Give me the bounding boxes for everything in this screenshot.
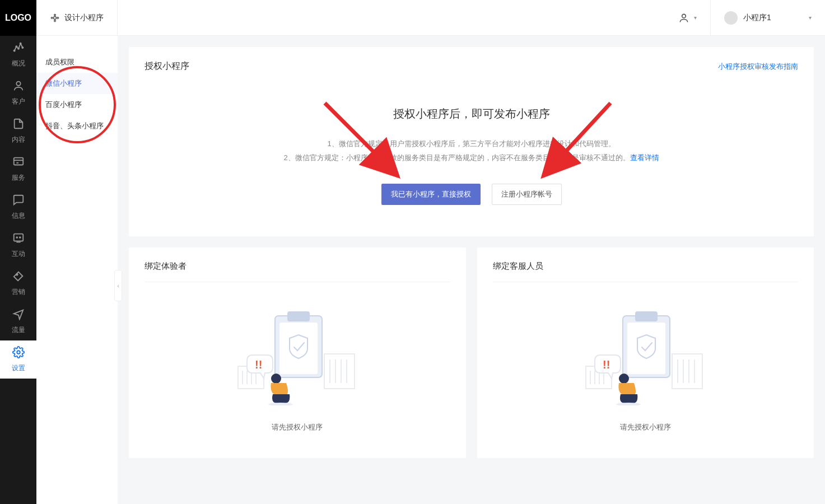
svg-point-14 bbox=[54, 16, 57, 19]
marketing-icon bbox=[12, 270, 25, 285]
collapse-button[interactable]: ‹ bbox=[114, 270, 122, 301]
user-menu[interactable]: ▾ bbox=[665, 0, 711, 35]
interact-icon bbox=[12, 232, 25, 247]
svg-point-13 bbox=[17, 351, 20, 354]
svg-point-12 bbox=[16, 274, 17, 276]
authorize-button[interactable]: 我已有小程序，直接授权 bbox=[381, 184, 481, 205]
nav-label: 信息 bbox=[12, 211, 25, 221]
auth-heading: 授权小程序后，即可发布小程序 bbox=[156, 106, 787, 122]
service-icon bbox=[12, 156, 25, 171]
auth-panel: 授权小程序 小程序授权审核发布指南 授权小程序后，即可发布小程序 1、微信官方规… bbox=[129, 47, 814, 236]
nav-item-marketing[interactable]: 营销 bbox=[0, 264, 36, 302]
settings-icon bbox=[12, 346, 25, 361]
auth-description: 1、微信官方规定：用户需授权小程序后，第三方平台才能对小程序进行设计和代码管理。… bbox=[156, 137, 787, 165]
svg-point-3 bbox=[20, 43, 21, 44]
nav-item-message[interactable]: 信息 bbox=[0, 188, 36, 226]
sub-sidebar: 成员权限微信小程序百度小程序抖音、头条小程序 ‹ bbox=[36, 36, 118, 469]
nav-label: 互动 bbox=[12, 249, 25, 259]
svg-point-1 bbox=[16, 46, 17, 47]
svg-point-47 bbox=[616, 403, 641, 405]
app-name: 小程序1 bbox=[743, 13, 771, 23]
main-content: 授权小程序 小程序授权审核发布指南 授权小程序后，即可发布小程序 1、微信官方规… bbox=[118, 36, 825, 469]
design-label: 设计小程序 bbox=[64, 13, 104, 23]
empty-illustration: !! bbox=[236, 299, 359, 405]
nav-item-service[interactable]: 服务 bbox=[0, 150, 36, 188]
nav-label: 概况 bbox=[12, 59, 25, 68]
svg-point-15 bbox=[682, 14, 686, 18]
svg-rect-16 bbox=[324, 354, 355, 389]
sub-item-3[interactable]: 抖音、头条小程序 bbox=[36, 115, 118, 137]
svg-point-46 bbox=[619, 374, 629, 384]
empty-text: 请先授权小程序 bbox=[145, 422, 450, 432]
nav-label: 设置 bbox=[12, 363, 25, 373]
svg-text:!!: !! bbox=[255, 358, 262, 371]
svg-point-4 bbox=[22, 47, 23, 48]
svg-rect-27 bbox=[279, 323, 318, 374]
empty-illustration: !! bbox=[584, 299, 707, 405]
experiencer-title: 绑定体验者 bbox=[145, 261, 450, 282]
nav-item-interact[interactable]: 互动 bbox=[0, 226, 36, 264]
nav-item-overview[interactable]: 概况 bbox=[0, 36, 36, 74]
customer-icon bbox=[12, 80, 25, 95]
chevron-down-icon: ▾ bbox=[694, 15, 697, 21]
nav-label: 流量 bbox=[12, 325, 25, 335]
svg-point-5 bbox=[16, 82, 20, 86]
nav-label: 营销 bbox=[12, 287, 25, 297]
experiencer-panel: 绑定体验者 bbox=[129, 248, 466, 458]
app-avatar bbox=[724, 11, 738, 25]
service-staff-title: 绑定客服人员 bbox=[493, 261, 799, 282]
svg-rect-32 bbox=[672, 354, 702, 389]
traffic-icon bbox=[12, 308, 25, 323]
svg-point-30 bbox=[271, 374, 281, 384]
nav-item-traffic[interactable]: 流量 bbox=[0, 302, 36, 340]
svg-rect-43 bbox=[627, 323, 665, 374]
detail-link[interactable]: 查看详情 bbox=[630, 153, 659, 162]
main-sidebar: LOGO 概况客户内容服务信息互动营销流量设置 bbox=[0, 0, 36, 469]
svg-point-0 bbox=[13, 50, 15, 51]
sub-item-2[interactable]: 百度小程序 bbox=[36, 94, 118, 115]
svg-rect-28 bbox=[287, 311, 310, 321]
nav-item-content[interactable]: 内容 bbox=[0, 112, 36, 150]
svg-point-2 bbox=[17, 48, 18, 49]
nav-label: 服务 bbox=[12, 173, 25, 183]
svg-rect-44 bbox=[635, 311, 658, 321]
sub-item-0[interactable]: 成员权限 bbox=[36, 52, 118, 73]
content-icon bbox=[12, 118, 25, 133]
chevron-down-icon: ▾ bbox=[809, 15, 812, 21]
svg-point-31 bbox=[268, 403, 293, 405]
nav-item-settings[interactable]: 设置 bbox=[0, 340, 36, 379]
nav-label: 客户 bbox=[12, 97, 25, 106]
user-icon bbox=[678, 12, 689, 24]
panel-title: 授权小程序 bbox=[145, 60, 189, 72]
guide-link[interactable]: 小程序授权审核发布指南 bbox=[718, 62, 798, 72]
service-staff-panel: 绑定客服人员 bbox=[477, 248, 814, 458]
overview-icon bbox=[12, 41, 25, 57]
svg-rect-9 bbox=[13, 234, 23, 241]
design-link[interactable]: 设计小程序 bbox=[50, 0, 118, 35]
logo: LOGO bbox=[0, 0, 36, 36]
sub-item-1[interactable]: 微信小程序 bbox=[36, 73, 118, 94]
nav-label: 内容 bbox=[12, 135, 25, 144]
svg-point-11 bbox=[19, 237, 20, 238]
svg-point-10 bbox=[16, 237, 17, 238]
empty-text: 请先授权小程序 bbox=[493, 422, 799, 432]
nav-item-customer[interactable]: 客户 bbox=[0, 74, 36, 112]
svg-rect-6 bbox=[13, 158, 23, 165]
app-selector[interactable]: 小程序1 ▾ bbox=[711, 11, 812, 25]
svg-text:!!: !! bbox=[603, 358, 610, 371]
message-icon bbox=[12, 194, 25, 209]
register-button[interactable]: 注册小程序帐号 bbox=[492, 184, 562, 205]
top-header: 设计小程序 ▾ 小程序1 ▾ bbox=[36, 0, 825, 36]
design-icon bbox=[50, 13, 60, 23]
